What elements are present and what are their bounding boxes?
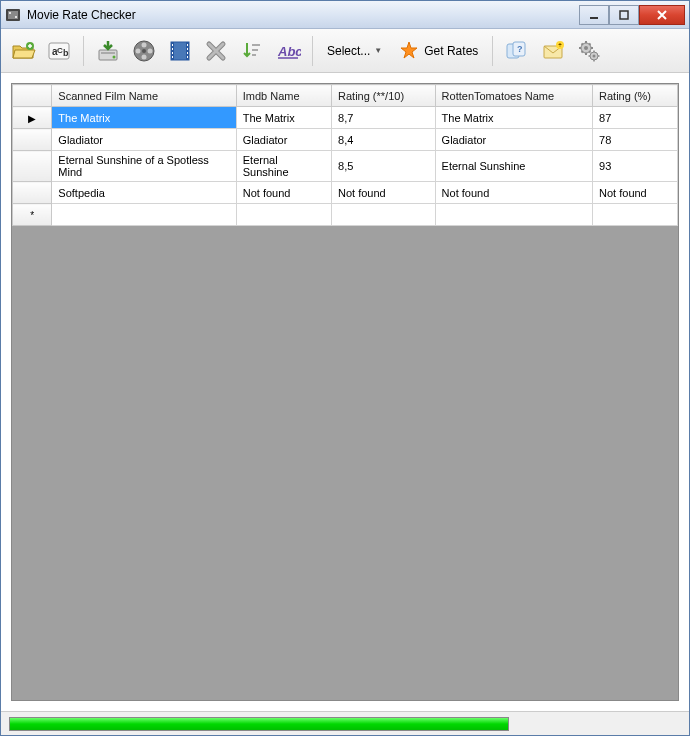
svg-rect-12 [101,52,115,54]
svg-rect-5 [620,11,628,19]
col-rt-rating[interactable]: Rating (%) [593,85,678,107]
separator [312,36,313,66]
select-dropdown[interactable]: Select... ▼ [321,40,388,62]
chevron-down-icon: ▼ [374,46,382,55]
delete-button[interactable] [200,35,232,67]
cell[interactable]: Not found [593,182,678,204]
data-grid[interactable]: Scanned Film Name Imdb Name Rating (**/1… [11,83,679,701]
cell[interactable]: 93 [593,151,678,182]
cell[interactable]: Not found [332,182,436,204]
cell[interactable]: The Matrix [52,107,236,129]
table-row[interactable]: Eternal Sunshine of a Spotless MindEtern… [13,151,678,182]
separator [83,36,84,66]
close-button[interactable] [639,5,685,25]
rename-button[interactable]: aCb [43,35,75,67]
cell[interactable] [435,204,592,226]
cell[interactable]: Eternal Sunshine [236,151,331,182]
svg-rect-24 [172,48,173,50]
svg-point-19 [136,48,141,53]
col-imdb-rating[interactable]: Rating (**/10) [332,85,436,107]
cell[interactable]: 87 [593,107,678,129]
cell[interactable]: The Matrix [435,107,592,129]
cell[interactable]: 8,4 [332,129,436,151]
col-scanned[interactable]: Scanned Film Name [52,85,236,107]
row-header[interactable] [13,129,52,151]
help-button[interactable]: ? [501,35,533,67]
svg-rect-29 [187,52,188,54]
star-icon [398,40,420,62]
film-strip-button[interactable] [164,35,196,67]
table-row[interactable]: GladiatorGladiator8,4Gladiator78 [13,129,678,151]
content-area: Scanned Film Name Imdb Name Rating (**/1… [1,73,689,711]
new-row[interactable]: * [13,204,678,226]
toolbar: aCb Abc Select... ▼ Get Rates ? [1,29,689,73]
svg-text:b: b [63,48,69,58]
film-reel-button[interactable] [128,35,160,67]
svg-rect-11 [99,50,117,60]
cell[interactable]: Gladiator [236,129,331,151]
cell[interactable]: Gladiator [435,129,592,151]
window-controls [579,5,685,25]
col-rt[interactable]: RottenTomatoes Name [435,85,592,107]
cell[interactable]: Eternal Sunshine of a Spotless Mind [52,151,236,182]
app-icon [5,7,21,23]
get-rates-button[interactable]: Get Rates [392,36,484,66]
row-header[interactable]: ▶ [13,107,52,129]
svg-text:Abc: Abc [277,44,301,59]
sort-button[interactable] [236,35,268,67]
table-row[interactable]: SoftpediaNot foundNot foundNot foundNot … [13,182,678,204]
svg-rect-26 [172,56,173,58]
svg-point-15 [142,49,146,53]
cell[interactable] [236,204,331,226]
svg-rect-32 [252,49,258,51]
select-label: Select... [327,44,370,58]
separator [492,36,493,66]
row-header-new[interactable]: * [13,204,52,226]
row-header[interactable] [13,151,52,182]
svg-text:?: ? [517,44,523,54]
minimize-button[interactable] [579,5,609,25]
svg-rect-27 [187,44,188,46]
maximize-button[interactable] [609,5,639,25]
cell[interactable]: Softpedia [52,182,236,204]
svg-rect-23 [172,44,173,46]
corner-header[interactable] [13,85,52,107]
cell[interactable]: 8,7 [332,107,436,129]
window-title: Movie Rate Checker [27,8,579,22]
cell[interactable]: Not found [236,182,331,204]
cell[interactable]: 78 [593,129,678,151]
movies-table[interactable]: Scanned Film Name Imdb Name Rating (**/1… [12,84,678,226]
cell[interactable] [332,204,436,226]
mail-button[interactable] [537,35,569,67]
cell[interactable] [593,204,678,226]
svg-rect-25 [172,52,173,54]
row-header[interactable] [13,182,52,204]
cell[interactable]: Not found [435,182,592,204]
progress-fill [10,718,508,730]
cell[interactable] [52,204,236,226]
svg-point-3 [15,16,17,18]
statusbar [1,711,689,735]
svg-point-42 [584,46,588,50]
cell[interactable]: Eternal Sunshine [435,151,592,182]
text-button[interactable]: Abc [272,35,304,67]
col-imdb[interactable]: Imdb Name [236,85,331,107]
settings-button[interactable] [573,35,605,67]
svg-rect-33 [252,54,256,56]
svg-point-16 [142,42,147,47]
open-folder-button[interactable] [7,35,39,67]
get-rates-label: Get Rates [424,44,478,58]
scan-drive-button[interactable] [92,35,124,67]
cell[interactable]: The Matrix [236,107,331,129]
titlebar: Movie Rate Checker [1,1,689,29]
svg-point-18 [142,54,147,59]
progress-bar [9,717,509,731]
svg-point-44 [593,54,596,57]
cell[interactable]: 8,5 [332,151,436,182]
svg-rect-30 [187,56,188,58]
svg-rect-31 [252,44,260,46]
cell[interactable]: Gladiator [52,129,236,151]
svg-point-17 [148,48,153,53]
table-row[interactable]: ▶The MatrixThe Matrix8,7The Matrix87 [13,107,678,129]
svg-rect-4 [590,17,598,19]
